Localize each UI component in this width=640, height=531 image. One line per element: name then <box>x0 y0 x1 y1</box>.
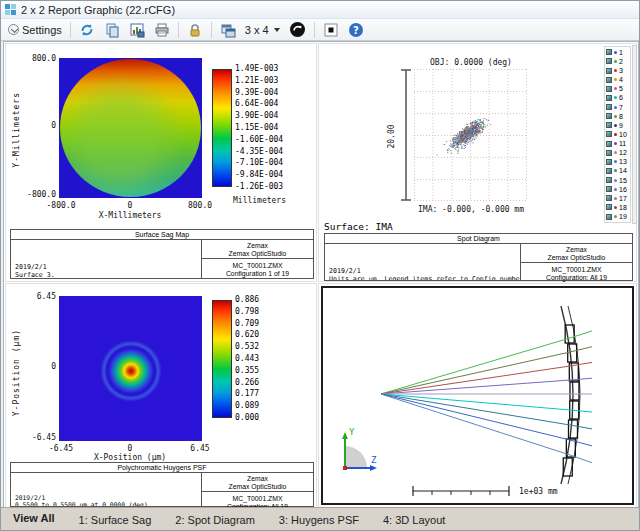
legend-color-dot <box>614 215 617 218</box>
legend-thumbnail-icon <box>606 122 612 128</box>
legend-item[interactable]: 10 <box>606 130 629 139</box>
sag-annotation-title: Surface Sag Map <box>11 230 313 240</box>
spot-obj-title: OBJ: 0.0000 (deg) <box>430 58 512 67</box>
view-tab-label: 1: Surface Sag <box>79 514 152 526</box>
brand-name: Zemax <box>202 475 313 483</box>
grid-size-dropdown[interactable]: 3 x 4 <box>242 23 283 37</box>
sag-x-tick: -800.0 <box>47 201 76 210</box>
legend-item[interactable]: 5 <box>606 85 629 94</box>
settings-button[interactable]: Settings <box>5 23 65 37</box>
brand-name: Zemax <box>521 246 632 254</box>
legend-color-dot <box>614 106 617 109</box>
legend-item[interactable]: 8 <box>606 112 629 121</box>
orientation-axes-icon: Y Z <box>335 426 381 478</box>
colorbar-label: 0.177 <box>235 390 259 398</box>
legend-item[interactable]: 3 <box>606 66 629 75</box>
legend-item[interactable]: 14 <box>606 167 629 176</box>
legend-item[interactable]: 4 <box>606 75 629 84</box>
separator <box>70 22 71 38</box>
legend-item[interactable]: 12 <box>606 148 629 157</box>
sag-y-axis-label: Y-Millimeters <box>12 92 21 168</box>
view-tab[interactable]: 1: Surface Sag <box>70 512 165 530</box>
tile-window-button[interactable] <box>217 21 239 39</box>
view-tab-bar: View All 1: Surface Sag 2: Spot Diagram … <box>1 507 639 530</box>
grid-size-label: 3 x 4 <box>245 24 269 36</box>
view-tab[interactable]: 2: Spot Diagram <box>166 512 267 530</box>
colorbar-label: 0.798 <box>235 308 259 316</box>
sag-x-tick: 800.0 <box>188 201 212 210</box>
colorbar-label: 0.709 <box>235 320 259 328</box>
legend-color-dot <box>614 69 617 72</box>
legend-thumbnail-icon <box>606 113 612 119</box>
legend-color-dot <box>614 60 617 63</box>
legend-item[interactable]: 11 <box>606 139 629 148</box>
psf-annotation-title: Polychromatic Huygens PSF <box>11 463 313 473</box>
legend-item[interactable]: 9 <box>606 121 629 130</box>
panel-huygens-psf[interactable]: Y-Position (µm) 6.45 0 -6.45 -6.45 0 6.4… <box>5 283 317 508</box>
legend-color-dot <box>614 133 617 136</box>
legend-item[interactable]: 15 <box>606 176 629 185</box>
frame-icon <box>323 22 339 38</box>
refresh-button[interactable] <box>76 21 98 39</box>
panel-spot-diagram[interactable]: OBJ: 0.0000 (deg) 20.00 <box>318 43 637 282</box>
copy-button[interactable] <box>101 21 123 39</box>
colorbar-label: 6.64E-004 <box>235 100 283 108</box>
lock-button[interactable] <box>184 21 206 39</box>
legend-color-dot <box>614 115 617 118</box>
legend-config-number: 3 <box>619 67 623 74</box>
legend-color-dot <box>614 87 617 90</box>
save-graphic-button[interactable] <box>126 21 148 39</box>
sag-annotation-lines: 2019/2/1Surface 3.Units are Millimeters.… <box>11 240 201 278</box>
colorbar-label: -1.60E-004 <box>235 136 283 144</box>
svg-text:?: ? <box>353 24 359 35</box>
colorbar-label: -4.35E-004 <box>235 148 283 156</box>
legend-scrollbar[interactable] <box>632 45 637 224</box>
legend-item[interactable]: 7 <box>606 103 629 112</box>
colorbar-label: 1.21E-003 <box>235 77 283 85</box>
help-button[interactable]: ? <box>345 21 367 39</box>
legend-item[interactable]: 13 <box>606 158 629 167</box>
spot-brand-block: Zemax Zemax OpticStudio MC_T0001.ZMX Con… <box>520 244 632 280</box>
legend-config-number: 8 <box>619 113 623 120</box>
legend-item[interactable]: 18 <box>606 203 629 212</box>
legend-item[interactable]: 1 <box>606 48 629 57</box>
brand-product: Zemax OpticStudio <box>521 254 632 262</box>
annotation-line: 0.5500 to 0.5500 µm at 0.0000 (deg). <box>15 502 201 506</box>
legend-config-number: 17 <box>619 195 627 202</box>
legend-config-number: 2 <box>619 58 623 65</box>
spot-scale-label: 20.00 <box>387 124 396 148</box>
colorbar-label: -7.10E-004 <box>235 159 283 167</box>
legend-config-number: 1 <box>619 49 623 56</box>
legend-item[interactable]: 17 <box>606 194 629 203</box>
svg-text:Z: Z <box>371 455 377 465</box>
legend-item[interactable]: 19 <box>606 212 629 221</box>
separator <box>178 22 179 38</box>
sag-colorbar-unit: Millimeters <box>233 196 286 205</box>
psf-x-tick: 0 <box>128 444 133 453</box>
legend-color-dot <box>614 51 617 54</box>
colorbar-label: 0.620 <box>235 331 259 339</box>
panel-3d-layout[interactable]: Y Z 1e+03 mm <box>318 283 637 508</box>
panel-surface-sag[interactable]: Y-Millimeters 800.0 0 -800.0 -800.0 0 80… <box>5 43 317 282</box>
legend-color-dot <box>614 197 617 200</box>
separator <box>211 22 212 38</box>
legend-thumbnail-icon <box>606 214 612 220</box>
record-button[interactable] <box>286 20 309 39</box>
window-title: 2 x 2 Report Graphic (22.rCFG) <box>21 4 175 16</box>
legend-config-number: 18 <box>619 204 627 211</box>
sag-y-tick: 800.0 <box>22 54 56 63</box>
sag-x-axis-label: X-Millimeters <box>99 211 162 220</box>
scale-bar-label: 1e+03 mm <box>519 487 558 496</box>
print-button[interactable] <box>151 21 173 39</box>
legend-thumbnail-icon <box>606 150 612 156</box>
view-tab[interactable]: 3: Huygens PSF <box>270 512 372 530</box>
view-tab[interactable]: View All <box>4 510 68 530</box>
legend-item[interactable]: 2 <box>606 57 629 66</box>
legend-config-number: 5 <box>619 85 623 92</box>
view-tab[interactable]: 4: 3D Layout <box>374 512 458 530</box>
lock-icon <box>187 22 203 38</box>
legend-item[interactable]: 16 <box>606 185 629 194</box>
frame-button[interactable] <box>320 21 342 39</box>
spot-ima-label: IMA: -0.000, -0.000 mm <box>418 205 524 214</box>
legend-item[interactable]: 6 <box>606 94 629 103</box>
